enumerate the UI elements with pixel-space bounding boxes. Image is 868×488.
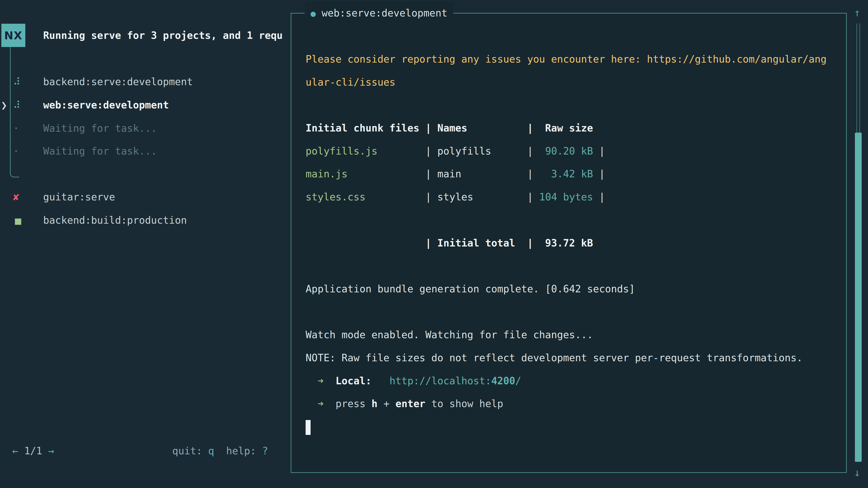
chunk-file: styles.css (306, 191, 366, 203)
table-separator: | (347, 168, 437, 180)
nx-tui-window: NX Running serve for 3 projects, and 1 r… (0, 0, 868, 488)
panel-title: ●web:serve:development (305, 2, 453, 25)
arrow-icon: ➜ (318, 375, 324, 387)
task-label: Waiting for task... (43, 140, 157, 163)
chunk-table-header: Initial chunk files | Names | Raw size (306, 117, 837, 140)
chunk-file: main.js (306, 168, 347, 180)
chunk-name: styles (437, 191, 473, 203)
waiting-dot-icon: · (13, 117, 19, 140)
spinner-icon: ⠼ (13, 70, 20, 93)
localhost-url[interactable]: http://localhost: (390, 375, 491, 387)
help-hint-line: ➜ press h + enter to show help (306, 392, 837, 415)
hint-gap (214, 445, 226, 457)
chunk-table-row: main.js | main | 3.42 kB | (306, 162, 837, 186)
indent (306, 375, 318, 387)
gap (371, 375, 389, 387)
status-dot-icon: ● (311, 8, 316, 19)
task-label: web:serve:development (43, 94, 169, 117)
scroll-down-arrow-icon[interactable]: ↓ (849, 461, 865, 484)
localhost-port[interactable]: 4200 (491, 375, 515, 387)
gap (323, 398, 336, 410)
quit-hint-label: quit: (172, 445, 208, 457)
sidebar-title: Running serve for 3 projects, and 1 requ (43, 24, 283, 47)
task-label: backend:serve:development (43, 70, 193, 93)
hint-text: + (377, 398, 395, 410)
task-row-guitar-serve[interactable]: ✘ guitar:serve (0, 186, 291, 208)
blank-line (306, 300, 837, 324)
task-label: backend:build:production (43, 209, 187, 232)
task-sidebar: NX Running serve for 3 projects, and 1 r… (0, 0, 291, 488)
panel-title-text: web:serve:development (322, 7, 447, 19)
terminal-cursor (306, 420, 311, 435)
table-separator: | (366, 191, 437, 203)
hint-text: press (336, 398, 371, 410)
note-line: NOTE: Raw file sizes do not reflect deve… (306, 346, 837, 369)
task-output-panel: ●web:serve:development Please consider r… (291, 13, 847, 473)
local-url-line: ➜ Local: http://localhost:4200/ (306, 369, 837, 392)
chunk-name: polyfills (437, 145, 491, 157)
quit-key: q (208, 445, 214, 457)
indent (306, 398, 318, 410)
page-prev-arrow-icon[interactable]: ← (12, 445, 18, 457)
cursor-line (306, 415, 837, 438)
waiting-dot-icon: · (13, 140, 19, 163)
task-row-backend-build[interactable]: ▪ backend:build:production (0, 209, 291, 232)
arrow-icon: ➜ (318, 398, 324, 410)
table-separator: | (377, 145, 437, 157)
blank-line (306, 254, 837, 278)
chunk-name: main (437, 168, 461, 180)
h-key: h (371, 398, 377, 410)
help-hint-label: help: (226, 445, 262, 457)
keyboard-hints: quit: q help: ? (172, 440, 268, 462)
initial-total-row: | Initial total | 93.72 kB (306, 232, 837, 255)
nx-logo: NX (1, 24, 25, 47)
terminal-output: Please consider reporting any issues you… (306, 48, 837, 438)
table-separator: | (491, 145, 533, 157)
pagination: ← 1/1 → (12, 440, 54, 462)
task-row-waiting-2[interactable]: · Waiting for task... (0, 140, 291, 163)
table-separator: | (593, 168, 605, 180)
gap (323, 375, 336, 387)
bundle-complete-line: Application bundle generation complete. … (306, 278, 837, 300)
help-key: ? (262, 445, 268, 457)
chunk-table-row: styles.css | styles | 104 bytes | (306, 186, 837, 208)
local-label: Local: (336, 375, 371, 387)
task-row-backend-serve[interactable]: ⠼ backend:serve:development (0, 70, 291, 93)
scroll-up-arrow-icon[interactable]: ↑ (849, 1, 865, 24)
task-row-web-serve-selected[interactable]: ❯ ⠼ web:serve:development (0, 94, 291, 117)
task-label: Waiting for task... (43, 117, 157, 140)
table-separator: | (593, 145, 605, 157)
sidebar-status-bar: ← 1/1 → quit: q help: ? (0, 440, 291, 462)
watch-mode-line: Watch mode enabled. Watching for file ch… (306, 323, 837, 346)
issues-notice-line2: ular-cli/issues (306, 71, 837, 94)
selected-chevron-icon: ❯ (1, 94, 7, 117)
hint-text: to show help (426, 398, 503, 410)
chunk-size: 3.42 kB (533, 168, 593, 180)
task-label: guitar:serve (43, 186, 115, 208)
page-indicator: 1/1 (18, 445, 48, 457)
table-separator: | (473, 191, 533, 203)
table-separator: | (461, 168, 533, 180)
chunk-size: 104 bytes (533, 191, 593, 203)
chunk-file: polyfills.js (306, 145, 377, 157)
blank-line (306, 94, 837, 117)
scrollbar-thumb[interactable] (855, 133, 862, 462)
blank-line (306, 208, 837, 232)
error-x-icon: ✘ (13, 186, 19, 208)
enter-key: enter (395, 398, 425, 410)
success-square-icon: ▪ (13, 209, 23, 232)
task-row-waiting-1[interactable]: · Waiting for task... (0, 117, 291, 140)
page-next-arrow-icon[interactable]: → (48, 445, 54, 457)
chunk-table-row: polyfills.js | polyfills | 90.20 kB | (306, 140, 837, 163)
localhost-url[interactable]: / (515, 375, 521, 387)
table-separator: | (593, 191, 605, 203)
issues-notice-line1: Please consider reporting any issues you… (306, 48, 837, 71)
chunk-size: 90.20 kB (533, 145, 593, 157)
spinner-icon: ⠼ (13, 94, 20, 117)
